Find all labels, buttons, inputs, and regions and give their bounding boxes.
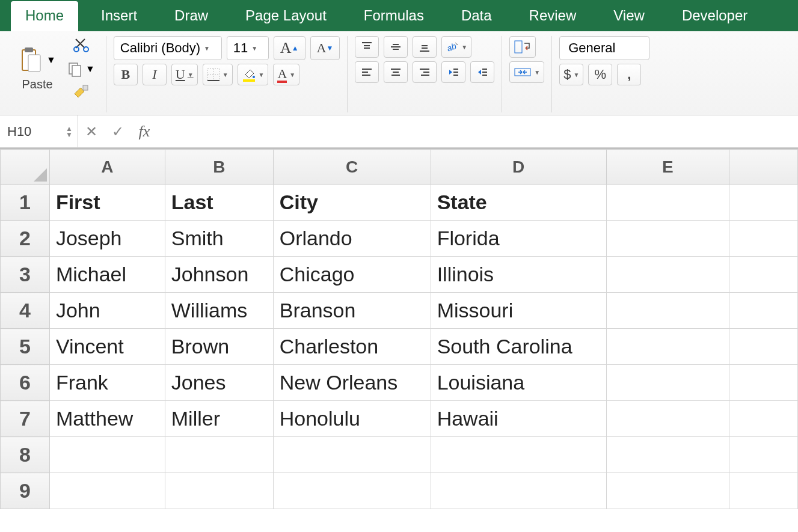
tab-developer[interactable]: Developer (668, 1, 762, 31)
cell-D9[interactable] (431, 473, 606, 509)
cell-D7[interactable]: Hawaii (431, 401, 606, 437)
cell-F1[interactable] (729, 185, 798, 221)
orientation-button[interactable]: ab ▼ (441, 36, 471, 58)
col-header-F[interactable] (729, 150, 798, 185)
row-header-2[interactable]: 2 (1, 221, 50, 257)
cell-F3[interactable] (729, 257, 798, 293)
col-header-A[interactable]: A (49, 150, 165, 185)
tab-insert[interactable]: Insert (87, 1, 152, 31)
cell-B4[interactable]: Williams (165, 293, 273, 329)
cell-C4[interactable]: Branson (273, 293, 431, 329)
align-center-button[interactable] (384, 61, 408, 83)
cell-A7[interactable]: Matthew (49, 401, 165, 437)
row-header-1[interactable]: 1 (1, 185, 50, 221)
fill-color-button[interactable]: ▼ (238, 64, 269, 85)
merge-button[interactable]: ▼ (509, 61, 544, 83)
cell-D8[interactable] (431, 437, 606, 473)
italic-button[interactable]: I (143, 64, 167, 85)
cell-C9[interactable] (273, 473, 431, 509)
cell-A4[interactable]: John (49, 293, 165, 329)
tab-home[interactable]: Home (11, 1, 78, 31)
increase-indent-button[interactable] (470, 61, 494, 83)
cut-button[interactable] (73, 36, 90, 55)
cell-B7[interactable]: Miller (165, 401, 273, 437)
row-header-7[interactable]: 7 (1, 401, 50, 437)
cell-D1[interactable]: State (431, 185, 606, 221)
cell-D5[interactable]: South Carolina (431, 329, 606, 365)
cell-D3[interactable]: Illinois (431, 257, 606, 293)
cancel-formula-button[interactable]: ✕ (78, 115, 105, 147)
cell-E7[interactable] (606, 401, 729, 437)
select-all-corner[interactable] (1, 150, 50, 185)
tab-formulas[interactable]: Formulas (349, 1, 438, 31)
cell-C3[interactable]: Chicago (273, 257, 431, 293)
font-size-select[interactable]: 11 ▼ (227, 36, 269, 60)
align-right-button[interactable] (413, 61, 437, 83)
copy-button[interactable]: ▼ (67, 61, 95, 77)
cell-B2[interactable]: Smith (165, 221, 273, 257)
name-box[interactable]: H10 ▲▼ (0, 115, 78, 147)
cell-A9[interactable] (49, 473, 165, 509)
row-header-6[interactable]: 6 (1, 365, 50, 401)
cell-D2[interactable]: Florida (431, 221, 606, 257)
cell-A5[interactable]: Vincent (49, 329, 165, 365)
number-format-select[interactable]: General (559, 36, 649, 60)
col-header-D[interactable]: D (431, 150, 606, 185)
cell-F6[interactable] (729, 365, 798, 401)
font-color-button[interactable]: A ▼ (273, 64, 299, 85)
format-painter-button[interactable] (72, 83, 90, 101)
row-header-9[interactable]: 9 (1, 473, 50, 509)
formula-input[interactable] (158, 115, 798, 147)
tab-draw[interactable]: Draw (160, 1, 223, 31)
col-header-C[interactable]: C (273, 150, 431, 185)
cell-B3[interactable]: Johnson (165, 257, 273, 293)
align-top-button[interactable] (355, 36, 379, 58)
decrease-indent-button[interactable] (441, 61, 465, 83)
cell-A8[interactable] (49, 437, 165, 473)
wrap-text-button[interactable] (509, 36, 536, 58)
cell-E2[interactable] (606, 221, 729, 257)
cell-F8[interactable] (729, 437, 798, 473)
cell-C1[interactable]: City (273, 185, 431, 221)
grow-font-button[interactable]: A▲ (274, 36, 305, 60)
cell-D4[interactable]: Missouri (431, 293, 606, 329)
cell-F5[interactable] (729, 329, 798, 365)
shrink-font-button[interactable]: A▼ (310, 36, 340, 60)
confirm-formula-button[interactable]: ✓ (105, 115, 131, 147)
cell-F7[interactable] (729, 401, 798, 437)
cell-D6[interactable]: Louisiana (431, 365, 606, 401)
cell-B1[interactable]: Last (165, 185, 273, 221)
currency-button[interactable]: $▼ (559, 64, 583, 85)
cell-B6[interactable]: Jones (165, 365, 273, 401)
col-header-E[interactable]: E (606, 150, 729, 185)
cell-F2[interactable] (729, 221, 798, 257)
cell-E3[interactable] (606, 257, 729, 293)
cell-E1[interactable] (606, 185, 729, 221)
font-name-select[interactable]: Calibri (Body) ▼ (114, 36, 222, 60)
align-left-button[interactable] (355, 61, 379, 83)
underline-button[interactable]: U▼ (171, 64, 198, 85)
insert-function-button[interactable]: fx (131, 115, 158, 147)
tab-page-layout[interactable]: Page Layout (231, 1, 341, 31)
row-header-3[interactable]: 3 (1, 257, 50, 293)
cell-B9[interactable] (165, 473, 273, 509)
cell-F9[interactable] (729, 473, 798, 509)
col-header-B[interactable]: B (165, 150, 273, 185)
cell-E5[interactable] (606, 329, 729, 365)
align-bottom-button[interactable] (413, 36, 437, 58)
bold-button[interactable]: B (114, 64, 138, 85)
row-header-8[interactable]: 8 (1, 437, 50, 473)
cell-E8[interactable] (606, 437, 729, 473)
cell-A3[interactable]: Michael (49, 257, 165, 293)
cell-C6[interactable]: New Orleans (273, 365, 431, 401)
cell-B8[interactable] (165, 437, 273, 473)
comma-button[interactable]: , (617, 64, 641, 85)
cell-E9[interactable] (606, 473, 729, 509)
cell-B5[interactable]: Brown (165, 329, 273, 365)
cell-E4[interactable] (606, 293, 729, 329)
row-header-5[interactable]: 5 (1, 329, 50, 365)
percent-button[interactable]: % (588, 64, 612, 85)
tab-data[interactable]: Data (447, 1, 506, 31)
name-box-spinner[interactable]: ▲▼ (66, 126, 73, 138)
cell-C8[interactable] (273, 437, 431, 473)
